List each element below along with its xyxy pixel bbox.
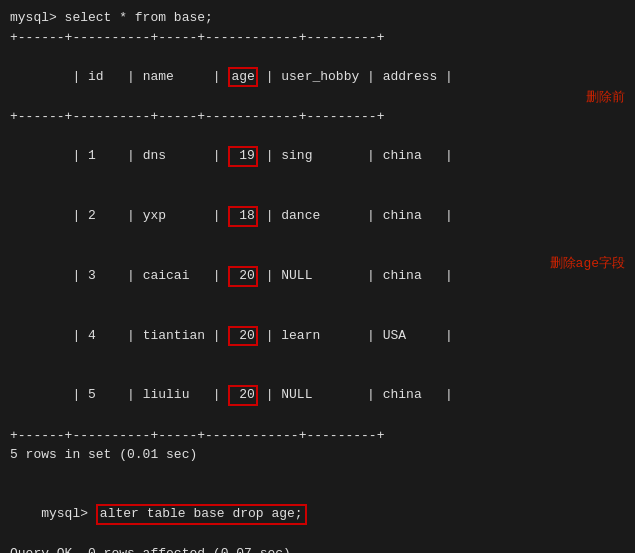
table1-row2: | 2 | yxp | 18 | dance | china | (10, 186, 453, 246)
table1-row5: | 5 | liuliu | 20 | NULL | china | (10, 366, 453, 426)
query1-line: mysql> select * from base; (10, 8, 625, 28)
table1-row4: | 4 | tiantian | 20 | learn | USA | (10, 306, 453, 366)
age-r3-highlight: 20 (228, 266, 257, 287)
age-header-highlight: age (228, 67, 257, 88)
query2-result1: Query OK, 0 rows affected (0.07 sec) (10, 544, 625, 553)
table1-header: | id | name | age | user_hobby | address… (10, 47, 453, 107)
terminal-container: mysql> select * from base; +------+-----… (10, 8, 625, 553)
query2-prompt: mysql> (41, 506, 96, 521)
label-drop: 删除age字段 (550, 254, 625, 272)
result1-line: 5 rows in set (0.01 sec) (10, 445, 625, 465)
table1-sep-top: +------+----------+-----+------------+--… (10, 28, 453, 48)
table1-sep-bot: +------+----------+-----+------------+--… (10, 426, 453, 446)
table1-header-after-age: | user_hobby | address | (258, 69, 453, 84)
table1-row1: | 1 | dns | 19 | sing | china | (10, 126, 453, 186)
age-r5-highlight: 20 (228, 385, 257, 406)
query2-cmd-highlight: alter table base drop age; (96, 504, 307, 525)
query2-line: mysql> alter table base drop age; (10, 484, 625, 544)
label-before: 删除前 (586, 88, 625, 106)
age-r1-highlight: 19 (228, 146, 257, 167)
table1-header-before-age: | id | name | (72, 69, 228, 84)
age-r2-highlight: 18 (228, 206, 257, 227)
age-r4-highlight: 20 (228, 326, 257, 347)
table1: +------+----------+-----+------------+--… (10, 28, 453, 446)
table1-wrapper: +------+----------+-----+------------+--… (10, 28, 453, 446)
table1-divider: +------+----------+-----+------------+--… (10, 107, 453, 127)
blank1 (10, 465, 625, 485)
table1-row3: | 3 | caicai | 20 | NULL | china | (10, 246, 453, 306)
